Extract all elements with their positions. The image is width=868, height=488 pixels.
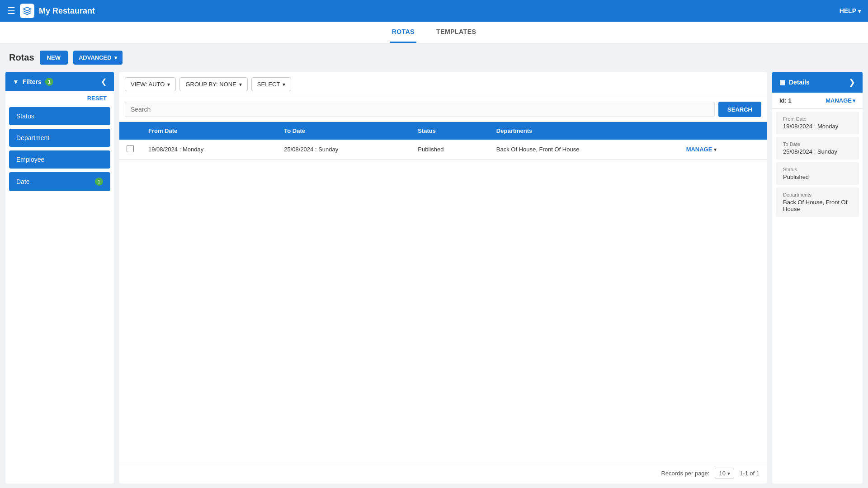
rotas-table: From Date To Date Status Departments 19/… <box>119 122 767 160</box>
filter-employee[interactable]: Employee <box>9 150 110 169</box>
tab-bar: ROTAS TEMPLATES <box>0 22 868 43</box>
details-title: Details <box>789 79 810 86</box>
col-checkbox <box>119 122 141 140</box>
col-from-date: From Date <box>141 122 277 140</box>
details-manage-chevron-icon <box>853 97 855 104</box>
details-manage-button[interactable]: MANAGE <box>826 97 855 104</box>
filter-date-badge: 1 <box>95 178 103 186</box>
search-input[interactable] <box>125 102 715 117</box>
select-chevron-icon <box>283 81 285 88</box>
advanced-chevron-icon <box>114 54 117 61</box>
filters-panel: ▼ Filters 1 ❮ RESET Status Department Em… <box>5 72 114 483</box>
row-from-date: 19/08/2024 : Monday <box>141 140 277 160</box>
row-checkbox-cell <box>119 140 141 160</box>
tab-rotas[interactable]: ROTAS <box>390 22 416 43</box>
search-button[interactable]: SEARCH <box>718 102 761 117</box>
row-to-date: 25/08/2024 : Sunday <box>277 140 410 160</box>
table-container: From Date To Date Status Departments 19/… <box>119 122 767 463</box>
page-title: Rotas <box>9 52 34 63</box>
tab-templates[interactable]: TEMPLATES <box>434 22 478 43</box>
row-manage-cell: MANAGE <box>679 140 767 160</box>
details-panel: ▦ Details ❯ Id: 1 MANAGE From Date 19/08… <box>772 72 863 483</box>
group-by-button[interactable]: GROUP BY: NONE <box>179 77 247 91</box>
app-logo <box>20 4 34 18</box>
detail-status-value: Published <box>783 174 852 180</box>
row-status: Published <box>410 140 489 160</box>
hamburger-icon[interactable]: ☰ <box>7 5 15 16</box>
filter-department[interactable]: Department <box>9 129 110 147</box>
view-button[interactable]: VIEW: AUTO <box>125 77 176 91</box>
center-panel: VIEW: AUTO GROUP BY: NONE SELECT SEARCH <box>119 72 767 483</box>
detail-departments-value: Back Of House, Front Of House <box>783 199 852 212</box>
toolbar: VIEW: AUTO GROUP BY: NONE SELECT <box>119 72 767 97</box>
new-button[interactable]: NEW <box>40 51 68 65</box>
page-header: Rotas NEW ADVANCED <box>0 43 868 68</box>
col-departments: Departments <box>489 122 679 140</box>
app-title: My Restaurant <box>39 6 95 16</box>
filters-reset-button[interactable]: RESET <box>5 91 114 105</box>
filters-header: ▼ Filters 1 ❮ <box>5 72 114 91</box>
pagination-range: 1-1 of 1 <box>740 470 760 477</box>
pagination-bar: Records per page: 10 1-1 of 1 <box>119 463 767 483</box>
per-page-chevron-icon <box>727 470 730 477</box>
details-id-row: Id: 1 MANAGE <box>772 93 863 109</box>
help-button[interactable]: HELP <box>840 7 861 14</box>
detail-status-field: Status Published <box>776 162 859 185</box>
filters-badge: 1 <box>45 78 53 86</box>
col-status: Status <box>410 122 489 140</box>
details-header: ▦ Details ❯ <box>772 72 863 93</box>
col-action <box>679 122 767 140</box>
filters-collapse-button[interactable]: ❮ <box>101 77 107 86</box>
details-icon: ▦ <box>779 79 785 86</box>
select-button[interactable]: SELECT <box>251 77 292 91</box>
details-expand-button[interactable]: ❯ <box>849 77 855 87</box>
row-departments: Back Of House, Front Of House <box>489 140 679 160</box>
detail-to-date-label: To Date <box>783 141 852 147</box>
filter-date[interactable]: Date 1 <box>9 172 110 191</box>
search-bar: SEARCH <box>119 97 767 122</box>
top-nav: ☰ My Restaurant HELP <box>0 0 868 22</box>
filters-title: Filters <box>23 78 42 85</box>
group-chevron-icon <box>239 81 242 88</box>
detail-to-date-field: To Date 25/08/2024 : Sunday <box>776 137 859 160</box>
detail-from-date-field: From Date 19/08/2024 : Monday <box>776 112 859 134</box>
filter-icon: ▼ <box>13 78 19 85</box>
details-id: Id: 1 <box>779 97 792 104</box>
row-checkbox[interactable] <box>127 145 134 152</box>
view-chevron-icon <box>167 81 170 88</box>
row-manage-chevron-icon[interactable] <box>714 146 717 153</box>
advanced-button[interactable]: ADVANCED <box>73 51 123 65</box>
row-manage-button[interactable]: MANAGE <box>686 146 712 153</box>
filter-status[interactable]: Status <box>9 107 110 125</box>
detail-from-date-value: 19/08/2024 : Monday <box>783 123 852 130</box>
main-content: ▼ Filters 1 ❮ RESET Status Department Em… <box>0 68 868 487</box>
detail-status-label: Status <box>783 167 852 172</box>
detail-departments-field: Departments Back Of House, Front Of Hous… <box>776 188 859 217</box>
per-page-select[interactable]: 10 <box>715 468 734 479</box>
help-chevron-icon <box>858 7 861 14</box>
detail-from-date-label: From Date <box>783 116 852 122</box>
detail-to-date-value: 25/08/2024 : Sunday <box>783 148 852 155</box>
detail-departments-label: Departments <box>783 192 852 197</box>
records-per-page-label: Records per page: <box>661 470 709 477</box>
col-to-date: To Date <box>277 122 410 140</box>
table-row: 19/08/2024 : Monday 25/08/2024 : Sunday … <box>119 140 767 160</box>
